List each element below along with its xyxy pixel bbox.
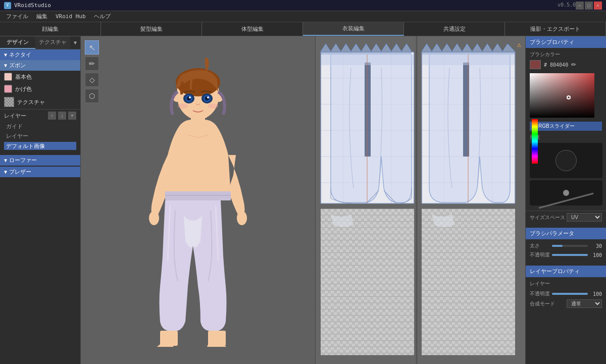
uv-canvas-svg bbox=[316, 36, 525, 364]
blend-mode-select[interactable]: 通常 bbox=[567, 299, 602, 308]
eraser-tool-button[interactable]: ◇ bbox=[85, 73, 99, 87]
brush-preview-area bbox=[530, 180, 602, 205]
size-space-select[interactable]: UV bbox=[567, 213, 602, 222]
size-slider-track[interactable] bbox=[552, 245, 588, 247]
clothing-base-color[interactable]: 基本色 bbox=[0, 71, 80, 83]
clothing-item-pants[interactable]: ▼ ズボン bbox=[0, 60, 80, 71]
chevron-down-icon-blazer: ▼ bbox=[4, 169, 7, 175]
base-color-label: 基本色 bbox=[15, 73, 32, 81]
layer-header: レイヤー ↑ ↓ + bbox=[4, 112, 76, 120]
eraser-icon: ◇ bbox=[89, 76, 95, 84]
shadow-color-label: かげ色 bbox=[15, 85, 32, 93]
svg-rect-17 bbox=[165, 191, 231, 200]
color-display-row: # 804040 ✏ bbox=[530, 60, 602, 69]
eyedropper-button[interactable]: ✏ bbox=[571, 61, 576, 68]
minimize-button[interactable]: − bbox=[576, 2, 584, 10]
layer-down-button[interactable]: ↓ bbox=[58, 112, 66, 120]
opacity-slider-track[interactable] bbox=[552, 254, 588, 256]
brush-properties-content: ブラシカラー # 804040 ✏ ▶ RGBスラ bbox=[526, 48, 606, 211]
menu-file[interactable]: ファイル bbox=[2, 12, 32, 21]
tab-face[interactable]: 顔編集 bbox=[0, 22, 101, 36]
layer-controls: ↑ ↓ + bbox=[48, 112, 76, 120]
shape-label: 形状 bbox=[530, 134, 602, 141]
chevron-down-icon: ▼ bbox=[4, 52, 7, 58]
clothing-item-loafer[interactable]: ▼ ローファー bbox=[0, 155, 80, 166]
clothing-item-blazer[interactable]: ▼ ブレザー bbox=[0, 167, 80, 177]
layer-label-row: レイヤー bbox=[530, 280, 602, 287]
clothing-label-pants: ズボン bbox=[9, 62, 26, 69]
size-space-label: サイズスペース bbox=[530, 214, 565, 221]
svg-rect-18 bbox=[160, 331, 178, 346]
left-tab-texture[interactable]: テクスチャ bbox=[35, 36, 71, 49]
rgb-slider-label: RGBスライダー bbox=[538, 123, 575, 130]
menu-vroidhub[interactable]: VRoid Hub bbox=[52, 12, 90, 21]
maximize-button[interactable]: □ bbox=[585, 2, 593, 10]
layer-item-guide[interactable]: ガイド bbox=[4, 122, 76, 131]
shadow-color-swatch bbox=[4, 85, 12, 93]
opacity-slider-value: 100 bbox=[590, 252, 602, 258]
shape-preview-area[interactable] bbox=[530, 143, 602, 178]
svg-rect-19 bbox=[208, 331, 226, 346]
clothing-texture[interactable]: テクスチャ bbox=[0, 95, 80, 109]
content-area: デザイン テクスチャ ▼ ▼ ネクタイ ▼ ズボン bbox=[0, 36, 606, 364]
brush-shape-circle bbox=[556, 150, 576, 171]
color-picker-area[interactable] bbox=[530, 73, 602, 119]
menu-help[interactable]: ヘルプ bbox=[90, 12, 115, 21]
brush-params-title: ブラシパラメータ bbox=[530, 230, 574, 237]
tab-common[interactable]: 共通設定 bbox=[404, 22, 505, 36]
svg-point-15 bbox=[149, 211, 159, 225]
layer-up-button[interactable]: ↑ bbox=[48, 112, 56, 120]
color-gradient[interactable] bbox=[530, 73, 594, 118]
layer-properties-content: レイヤー 不透明度 100 合成モード 通常 bbox=[526, 277, 606, 313]
rgb-slider-toggle[interactable]: ▶ RGBスライダー bbox=[530, 122, 602, 131]
size-slider-row: 太さ 30 bbox=[530, 242, 602, 249]
brush-dot bbox=[563, 190, 569, 196]
clothing-label-necktie: ネクタイ bbox=[9, 51, 31, 59]
hue-slider[interactable] bbox=[532, 119, 538, 164]
fill-tool-button[interactable]: ⬡ bbox=[85, 89, 99, 103]
uv-editor[interactable]: ⚠ bbox=[316, 36, 525, 364]
size-space-row: サイズスペース UV bbox=[530, 213, 602, 222]
tab-export[interactable]: 撮影・エクスポート bbox=[505, 22, 606, 36]
pen-icon: ✏ bbox=[89, 60, 95, 68]
layer-opacity-label: 不透明度 bbox=[530, 290, 550, 297]
uv-warning-icon: ⚠ bbox=[517, 40, 521, 48]
size-slider-value: 30 bbox=[590, 243, 602, 249]
tab-hair[interactable]: 髪型編集 bbox=[101, 22, 202, 36]
layer-name-input[interactable]: デフォルト画像 bbox=[4, 142, 76, 150]
main-tabbar: 顔編集 髪型編集 体型編集 衣装編集 共通設定 撮影・エクスポート bbox=[0, 22, 606, 36]
clothing-item-necktie[interactable]: ▼ ネクタイ bbox=[0, 49, 80, 60]
tab-body[interactable]: 体型編集 bbox=[202, 22, 303, 36]
size-slider-label: 太さ bbox=[530, 242, 550, 249]
svg-point-14 bbox=[208, 103, 218, 109]
brush-params-content: 太さ 30 不透明度 100 bbox=[526, 239, 606, 264]
menu-edit[interactable]: 編集 bbox=[32, 12, 52, 21]
fill-icon: ⬡ bbox=[89, 92, 95, 100]
layer-add-button[interactable]: + bbox=[68, 112, 76, 120]
layer-properties-title: レイヤープロパティ bbox=[530, 268, 580, 275]
character-display bbox=[81, 36, 315, 364]
size-space-section: サイズスペース UV bbox=[526, 211, 606, 226]
left-panel-dropdown[interactable]: ▼ bbox=[70, 36, 80, 49]
clothing-label-blazer: ブレザー bbox=[9, 168, 31, 176]
color-gradient-overlay bbox=[530, 73, 594, 118]
close-button[interactable]: × bbox=[594, 2, 602, 10]
left-tab-design[interactable]: デザイン bbox=[0, 36, 35, 49]
select-tool-button[interactable]: ↖ bbox=[85, 40, 99, 55]
tab-clothing[interactable]: 衣装編集 bbox=[303, 22, 404, 36]
svg-point-11 bbox=[189, 96, 191, 98]
layer-prop-label: レイヤー bbox=[530, 280, 550, 287]
window-controls: − □ × bbox=[576, 2, 602, 10]
clothing-shadow-color[interactable]: かげ色 bbox=[0, 83, 80, 95]
svg-point-13 bbox=[178, 103, 188, 109]
layer-item-layer[interactable]: レイヤー bbox=[4, 131, 76, 141]
color-swatch[interactable] bbox=[530, 60, 541, 69]
pen-tool-button[interactable]: ✏ bbox=[85, 57, 99, 71]
texture-preview bbox=[4, 97, 14, 107]
layer-title: レイヤー bbox=[4, 112, 26, 120]
layer-opacity-value: 100 bbox=[590, 291, 602, 297]
layer-item-default[interactable]: デフォルト画像 bbox=[4, 141, 76, 151]
3d-viewport[interactable]: ↖ ✏ ◇ ⬡ bbox=[81, 36, 316, 364]
opacity-slider-fill bbox=[552, 254, 588, 256]
layer-opacity-track[interactable] bbox=[552, 293, 588, 295]
